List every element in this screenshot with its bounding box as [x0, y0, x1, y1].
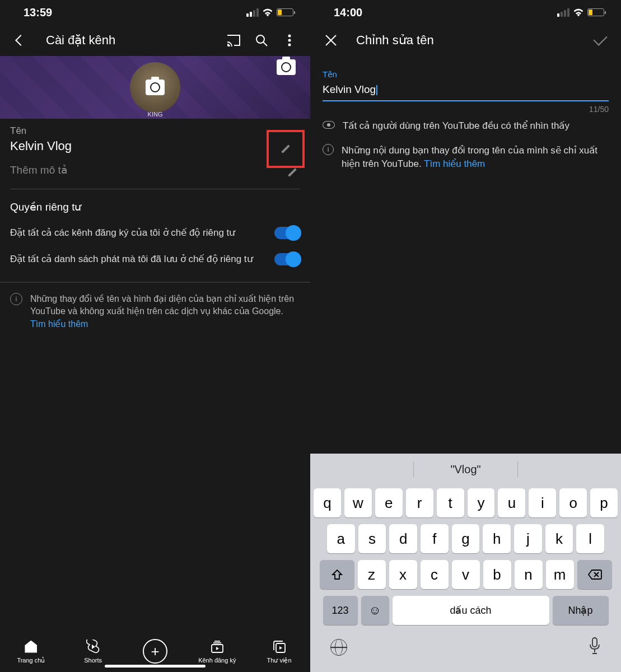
key-emoji[interactable]: ☺ [361, 596, 389, 625]
key-j[interactable]: j [514, 524, 542, 553]
key-u[interactable]: u [498, 488, 525, 517]
switch-subscriptions-private: Đặt tất cả các kênh đăng ký của tôi ở ch… [0, 220, 310, 246]
header: Chỉnh sửa tên [310, 25, 621, 56]
key-c[interactable]: c [421, 560, 449, 589]
key-p[interactable]: p [590, 488, 618, 517]
key-n[interactable]: n [515, 560, 543, 589]
keyboard-bottom-bar [310, 632, 621, 663]
key-k[interactable]: k [545, 524, 573, 553]
key-h[interactable]: h [483, 524, 511, 553]
nav-library[interactable]: Thư viện [257, 639, 302, 664]
channel-banner[interactable]: KING [0, 56, 310, 119]
suggestion-center[interactable]: "Vlog" [414, 454, 517, 485]
chevron-left-icon [15, 35, 26, 46]
more-button[interactable] [279, 30, 300, 51]
cast-button[interactable] [223, 30, 244, 51]
more-vertical-icon [288, 34, 291, 46]
learn-more-link[interactable]: Tìm hiểu thêm [424, 158, 485, 169]
suggestion-bar: "Vlog" [310, 454, 621, 485]
page-title: Chỉnh sửa tên [356, 33, 583, 48]
battery-icon [277, 8, 293, 16]
switch-label: Đặt tất cả danh sách phát mà tôi đã lưu … [10, 253, 268, 266]
nav-shorts[interactable]: Shorts [71, 639, 115, 664]
name-input[interactable]: Kelvin Vlog [323, 79, 609, 101]
home-icon [25, 641, 37, 653]
name-section: Tên Kelvin Vlog [0, 119, 310, 158]
close-button[interactable] [320, 30, 342, 51]
info-box: i Những thay đổi về tên và hình đại diện… [0, 283, 310, 340]
banner-caption: KING [148, 111, 163, 118]
close-icon [325, 34, 337, 46]
key-e[interactable]: e [375, 488, 403, 517]
cast-icon [226, 34, 241, 46]
key-o[interactable]: o [559, 488, 587, 517]
nav-home[interactable]: Trang chủ [8, 639, 53, 664]
nav-label: Trang chủ [17, 657, 45, 664]
key-m[interactable]: m [546, 560, 574, 589]
camera-icon [146, 80, 165, 95]
key-v[interactable]: v [452, 560, 480, 589]
name-label: Tên [10, 125, 300, 137]
change-info: i Những nội dung bạn thay đổi trong tên … [310, 138, 621, 176]
keyboard: "Vlog" q w e r t y u i o p a s d f [310, 454, 621, 672]
nav-create[interactable]: + [133, 639, 178, 664]
key-a[interactable]: a [327, 524, 355, 553]
key-f[interactable]: f [421, 524, 449, 553]
back-button[interactable] [10, 30, 31, 51]
search-button[interactable] [251, 30, 272, 51]
emoji-icon: ☺ [368, 603, 381, 618]
status-time: 14:00 [334, 6, 362, 19]
banner-camera-icon[interactable] [277, 59, 296, 75]
key-b[interactable]: b [483, 560, 511, 589]
cellular-signal-icon [246, 8, 259, 17]
wifi-icon [573, 8, 584, 17]
key-i[interactable]: i [529, 488, 556, 517]
text-cursor [376, 85, 377, 95]
toggle-switch[interactable] [274, 227, 300, 239]
key-space[interactable]: dấu cách [393, 596, 549, 625]
key-x[interactable]: x [389, 560, 417, 589]
globe-icon[interactable] [330, 639, 347, 656]
key-w[interactable]: w [344, 488, 372, 517]
key-enter[interactable]: Nhập [553, 596, 609, 625]
nav-label: Thư viện [267, 657, 292, 664]
field-label: Tên [323, 69, 609, 79]
key-s[interactable]: s [358, 524, 386, 553]
key-y[interactable]: y [468, 488, 495, 517]
switch-label: Đặt tất cả các kênh đăng ký của tôi ở ch… [10, 227, 268, 240]
key-z[interactable]: z [358, 560, 386, 589]
pencil-icon [287, 167, 298, 178]
toggle-switch[interactable] [274, 253, 300, 265]
key-g[interactable]: g [452, 524, 480, 553]
home-indicator [105, 665, 206, 668]
suggestion-slot[interactable] [518, 454, 621, 485]
description-row[interactable]: Thêm mô tả [0, 158, 310, 189]
confirm-button[interactable] [590, 30, 611, 51]
key-shift[interactable] [320, 560, 354, 589]
learn-more-link[interactable]: Tìm hiểu thêm [30, 319, 88, 329]
key-row-3: z x c v b n m [314, 560, 618, 589]
shorts-icon [85, 639, 101, 655]
key-t[interactable]: t [437, 488, 464, 517]
svg-point-0 [256, 35, 264, 43]
avatar[interactable] [130, 62, 180, 113]
header: Cài đặt kênh [0, 25, 310, 56]
cellular-signal-icon [557, 8, 569, 17]
pencil-icon [280, 143, 291, 155]
key-d[interactable]: d [389, 524, 417, 553]
key-backspace[interactable] [577, 560, 612, 589]
mic-button[interactable] [589, 637, 601, 658]
svg-rect-13 [592, 638, 597, 647]
key-l[interactable]: l [576, 524, 604, 553]
key-r[interactable]: r [406, 488, 433, 517]
key-q[interactable]: q [314, 488, 341, 517]
visibility-info: Tất cả người dùng trên YouTube đều có th… [310, 114, 621, 138]
eye-icon [323, 121, 335, 129]
description-placeholder: Thêm mô tả [10, 164, 68, 176]
nav-label: Kênh đăng ký [198, 657, 236, 664]
suggestion-slot[interactable] [310, 454, 413, 485]
status-bar: 13:59 [0, 0, 310, 25]
key-123[interactable]: 123 [323, 596, 358, 625]
nav-subscriptions[interactable]: Kênh đăng ký [195, 639, 240, 664]
search-icon [255, 34, 268, 47]
